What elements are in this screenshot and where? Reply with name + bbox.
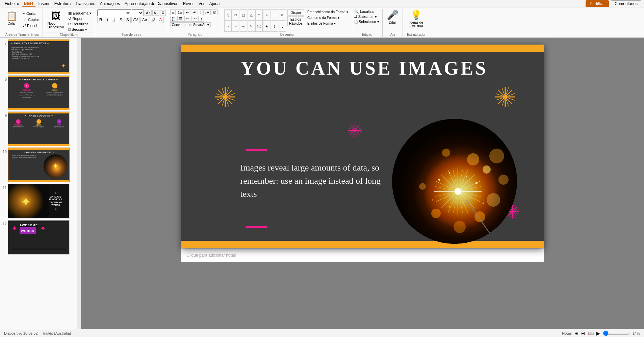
shape-star[interactable]: ★ (263, 21, 271, 32)
font-family-select[interactable] (97, 9, 131, 16)
new-slide-button[interactable]: 🖼 NovoDiapositivo (45, 9, 66, 30)
sparkler-image[interactable] (392, 119, 517, 244)
svg-point-36 (489, 149, 504, 163)
menu-inserir[interactable]: Inserir (36, 1, 51, 7)
outline-shape-button[interactable]: Contorno da Forma ▾ (306, 15, 350, 20)
slideshow-button[interactable]: ▶ (596, 331, 600, 336)
design-ideas-button[interactable]: 💡 (410, 9, 422, 21)
align-center-button[interactable]: ☰ (177, 16, 184, 22)
slide-number-10: 10 (1, 150, 7, 154)
columns-button[interactable]: ⫶ (198, 9, 203, 15)
shape-circle[interactable]: ○ (263, 9, 271, 21)
slide-body-text[interactable]: Images reveal large amounts of data, so … (240, 161, 382, 201)
format-painter-button[interactable]: 🖌 Pincel (21, 23, 41, 28)
copy-button[interactable]: 📄 Copiar (21, 17, 41, 23)
shape-freeform[interactable]: ✎ (248, 21, 255, 32)
shadow-button[interactable]: S (125, 17, 131, 23)
normal-view-button[interactable]: ⊞ (574, 331, 578, 336)
decrease-font-button[interactable]: A↓ (152, 10, 159, 16)
shape-triangle[interactable]: △ (248, 9, 255, 21)
shape-arrange[interactable]: ⧉ (279, 9, 286, 21)
estilos-rapidos-button[interactable]: EstilosRápidos (287, 16, 304, 26)
shape-rect[interactable]: □ (232, 9, 239, 21)
replace-button[interactable]: ⇄ Substituir ▾ (354, 15, 380, 19)
notes-placeholder: Clique para adicionar notas (187, 253, 236, 258)
select-button[interactable]: ⬚ Selecionar ▾ (354, 20, 380, 24)
shape-callout[interactable]: 💬 (255, 21, 263, 32)
layout-button[interactable]: ▦ Esquema ▾ (67, 11, 93, 16)
slide-thumb-11[interactable]: 11 ✦ ✦ AN IMAGEIS WORTH ATHOUSANDWORDS ✦ (1, 184, 76, 218)
menu-rever[interactable]: Rever (181, 1, 196, 7)
reading-view-button[interactable]: 📖 (588, 331, 594, 336)
shape-diamond[interactable]: ◇ (255, 9, 263, 21)
shape-brace[interactable]: { (271, 21, 278, 32)
convert-smartart-button[interactable]: Converter em SmartArt ▾ (170, 22, 211, 27)
slide-canvas[interactable]: YOU CAN USE IMAGES (181, 45, 544, 248)
menu-ficheiro[interactable]: Ficheiro (3, 1, 21, 7)
menu-estrutura[interactable]: Estrutura (52, 1, 73, 7)
text-case-button[interactable]: Aa (140, 17, 149, 23)
slide-thumb-10[interactable]: 10 ✦ YOU CAN USE IMAGES ✦ Images reveal … (1, 148, 76, 182)
find-button[interactable]: 🔍 Localizar (354, 9, 380, 14)
menu-animacoes[interactable]: Animações (98, 1, 122, 7)
menu-ver[interactable]: Ver (197, 1, 207, 7)
increase-font-button[interactable]: A↑ (145, 10, 152, 16)
clear-format-button[interactable]: ✗ (160, 10, 166, 16)
shape-arrow[interactable]: → (224, 21, 232, 32)
line-spacing-button[interactable]: ↕ (199, 16, 204, 22)
menu-apres[interactable]: Apresentação de Diapositivos (123, 1, 180, 7)
clipboard-group-label: Área de Transferência (3, 32, 41, 36)
top-bar (181, 45, 544, 52)
shape-effects-button[interactable]: Efeitos de Forma ▾ (306, 21, 350, 26)
notes-area[interactable]: Clique para adicionar notas (181, 248, 544, 262)
svg-point-61 (475, 182, 478, 184)
justify-button[interactable]: ⬷ (191, 16, 199, 22)
section-button[interactable]: □ Secção ▾ (67, 27, 93, 32)
slide-title[interactable]: YOU CAN USE IMAGES (239, 57, 490, 79)
increase-indent-button[interactable]: ⇥ (191, 9, 197, 15)
char-spacing-button[interactable]: AV (131, 17, 140, 23)
dictate-button[interactable]: 🎤 (387, 9, 398, 21)
paste-button[interactable]: 📋 Colar (3, 9, 20, 26)
reset-button[interactable]: ↺ Repor (67, 16, 93, 21)
menu-transicoes[interactable]: Transições (73, 1, 97, 7)
shape-connector[interactable]: ⤷ (232, 21, 239, 32)
font-size-select[interactable] (132, 9, 144, 16)
menu-base[interactable]: Base (22, 0, 36, 7)
slide-thumb-9[interactable]: 9 ✦ THREE COLUMNS ✦ ☿ MERCURY Mercury is… (1, 111, 76, 146)
notes-toggle-button[interactable]: Notas (562, 331, 572, 335)
strikethrough-button[interactable]: S (118, 17, 124, 23)
shape-roundrect[interactable]: ▢ (240, 9, 247, 21)
shape-chevron[interactable]: ⌄ (279, 21, 286, 32)
align-left-button[interactable]: ⬱ (170, 16, 177, 22)
slide-thumb-7[interactable]: 7 ✦ THIS IS THE SLIDE TITLE ✦ Do you kno… (1, 39, 76, 74)
slide-sorter-button[interactable]: ⊟ (581, 331, 585, 336)
align-right-button[interactable]: ⬰ (184, 16, 191, 22)
dispor-button[interactable]: Dispor (287, 9, 304, 16)
left-starburst-icon (213, 85, 237, 112)
fill-shape-button[interactable]: Preenchimento da Forma ▾ (306, 9, 350, 15)
shape-curve[interactable]: ∿ (240, 21, 247, 32)
svg-point-34 (467, 153, 479, 165)
cut-button[interactable]: ✂ Cortar (21, 11, 41, 17)
decrease-indent-button[interactable]: ⇤ (184, 9, 190, 15)
italic-button[interactable]: I (105, 17, 110, 23)
text-direction-button[interactable]: ↕A (203, 9, 211, 15)
text-orientation-button[interactable]: ◱ (211, 9, 218, 15)
slide-thumb-12[interactable]: 12 ✦ AWESOME WORDS ✦ (1, 220, 76, 255)
shape-line[interactable]: ╲ (224, 9, 232, 21)
numbering-button[interactable]: 1≡ (176, 9, 184, 15)
highlight-button[interactable]: 🖊 (150, 17, 157, 23)
bullets-button[interactable]: ≡ (170, 9, 176, 15)
reuse-button[interactable]: ⟳ Reutilizar (67, 22, 93, 27)
share-button[interactable]: Partilhar (586, 0, 609, 7)
comments-button[interactable]: Comentários (611, 0, 641, 7)
zoom-slider[interactable] (603, 331, 630, 336)
font-color-button[interactable]: A (158, 17, 164, 23)
underline-button[interactable]: U (111, 17, 117, 23)
shape-more[interactable]: ⋯ (271, 9, 278, 21)
bold-button[interactable]: B (97, 17, 104, 23)
status-bar: Diapositivo 10 de 52 Inglês (Austrália) … (0, 329, 644, 337)
slide-thumb-8[interactable]: 8 ✦ THESE ARE TWO COLUMNS ✦ ☿ MERCURY Me… (1, 75, 76, 110)
menu-ajuda[interactable]: Ajuda (207, 1, 222, 7)
